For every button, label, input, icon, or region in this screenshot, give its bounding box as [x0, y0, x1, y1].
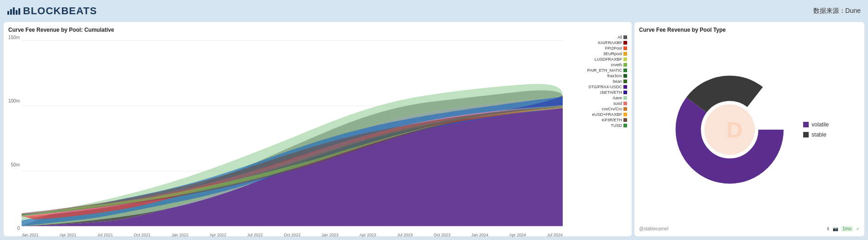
timeframe-badge-right[interactable]: 1mo — [841, 226, 853, 232]
left-chart-legend: All XAI/FRAXBP FPI2Pool 3EURpool — [563, 35, 627, 240]
legend-item-frax3crv: frax3crv — [565, 74, 627, 78]
stacked-area-chart: Jan 2021 Apr 2021 Jul 2021 Oct 2021 Jan … — [22, 35, 563, 240]
header: BLOCKBEATS 数据来源：Dune — [0, 0, 868, 22]
x-label-1: Apr 2021 — [60, 233, 77, 237]
x-label-11: Oct 2023 — [434, 233, 451, 237]
legend-label-3eur: 3EURpool — [603, 51, 622, 56]
logo-text: BLOCKBEATS — [23, 5, 97, 17]
legend-dot-kp3r — [623, 118, 627, 122]
legend-dot-cvxcrv — [623, 107, 627, 111]
legend-dot-fpi — [623, 46, 627, 50]
donut-chart: D — [670, 70, 789, 189]
legend-item-fpi: FPI2Pool — [565, 46, 627, 51]
legend-label-cvxcrv: cvxCrv/Crv — [602, 107, 622, 111]
y-label-100m: 100m — [8, 98, 20, 103]
legend-item-3eur: 3EURpool — [565, 51, 627, 56]
x-label-13: Apr 2024 — [509, 233, 526, 237]
legend-item-lusd: LUSDFRAXBP — [565, 57, 627, 62]
legend-label-pair: PAIR_ETH_MATIC — [587, 68, 622, 73]
legend-label-eusd: eUSD+FRAXBP — [592, 112, 622, 117]
legend-dot-stg — [623, 85, 627, 89]
legend-item-stg: STG/FRAX-USDC — [565, 85, 627, 89]
logo-icon — [7, 7, 20, 15]
legend-item-crveth: crveth — [565, 63, 627, 67]
y-label-50m: 50m — [11, 162, 20, 167]
legend-item-kp3r: KP3R/ETH — [565, 118, 627, 122]
x-label-10: Jul 2023 — [397, 233, 413, 237]
legend-dot-tusd — [623, 124, 627, 127]
legend-dot-eusd — [623, 113, 627, 116]
right-chart-area: D volatile stable — [639, 35, 860, 224]
legend-label-volatile: volatile — [811, 121, 828, 128]
left-chart-title: Curve Fee Revenue by Pool: Cumulative — [8, 27, 627, 33]
legend-label-frax3crv: frax3crv — [607, 74, 622, 78]
legend-item-pair: PAIR_ETH_MATIC — [565, 68, 627, 73]
x-axis: Jan 2021 Apr 2021 Jul 2021 Oct 2021 Jan … — [22, 233, 563, 237]
legend-label-cbeth: cbETH/ETH — [600, 90, 622, 95]
x-label-5: Apr 2022 — [210, 233, 227, 237]
right-chart-panel: Curve Fee Revenue by Pool Type D — [634, 22, 864, 236]
legend-dot-pair — [623, 69, 627, 72]
y-label-0: 0 — [17, 226, 20, 231]
legend-dot-stable — [803, 132, 809, 137]
camera-icon-right[interactable]: 📷 — [833, 226, 838, 231]
legend-item-bean: bean — [565, 79, 627, 84]
legend-label-lusd: LUSDFRAXBP — [594, 57, 622, 62]
logo: BLOCKBEATS — [7, 5, 97, 17]
donut-legend: volatile stable — [803, 121, 828, 138]
legend-dot-crveth — [623, 63, 627, 67]
download-icon-right[interactable]: ⬇ — [826, 226, 830, 231]
legend-dot-volatile — [803, 122, 809, 127]
legend-dot-3eur — [623, 52, 627, 56]
legend-label-tusd: TUSD — [611, 123, 622, 128]
legend-item-eusd: eUSD+FRAXBP — [565, 112, 627, 117]
x-label-7: Oct 2022 — [284, 233, 301, 237]
legend-dot-cbeth — [623, 91, 627, 94]
legend-label-xai: XAI/FRAXBP — [598, 40, 622, 45]
donut-chart-container: D volatile stable — [639, 35, 860, 224]
legend-item-volatile: volatile — [803, 121, 828, 128]
left-chart-panel: Curve Fee Revenue by Pool: Cumulative 15… — [4, 22, 632, 236]
x-label-3: Oct 2021 — [134, 233, 151, 237]
legend-dot-all — [623, 35, 627, 39]
right-chart-footer: @stablecamel ⬇ 📷 1mo ✓ — [639, 226, 860, 232]
logo-bar-1 — [7, 11, 9, 15]
check-icon-right: ✓ — [856, 226, 860, 231]
legend-dot-xai — [623, 41, 627, 45]
x-label-9: Apr 2023 — [360, 233, 377, 237]
legend-dot-lusd — [623, 57, 627, 61]
legend-label-kp3r: KP3R/ETH — [602, 118, 622, 122]
legend-item-xai: XAI/FRAXBP — [565, 40, 627, 45]
x-label-12: Jan 2024 — [471, 233, 488, 237]
legend-label-aave: Aave — [612, 96, 622, 100]
legend-label-all: All — [617, 35, 622, 40]
logo-bar-3 — [13, 7, 15, 15]
y-axis: 150m 100m 50m 0 — [8, 35, 22, 240]
legend-item-aave: Aave — [565, 96, 627, 100]
legend-label-crveth: crveth — [611, 63, 622, 67]
x-label-2: Jul 2021 — [97, 233, 113, 237]
legend-dot-bean — [623, 80, 627, 83]
legend-item-stable: stable — [803, 131, 828, 138]
right-chart-title: Curve Fee Revenue by Pool Type — [639, 27, 860, 33]
legend-dot-aave — [623, 96, 627, 100]
logo-bar-5 — [18, 8, 20, 15]
x-label-4: Jan 2022 — [171, 233, 188, 237]
x-label-0: Jan 2021 — [22, 233, 39, 237]
legend-item-all: All — [565, 35, 627, 40]
data-source-label: 数据来源：Dune — [813, 7, 861, 15]
chart-and-legend: Jan 2021 Apr 2021 Jul 2021 Oct 2021 Jan … — [22, 35, 627, 240]
legend-label-susd: susd — [613, 101, 622, 106]
legend-item-susd: susd — [565, 101, 627, 106]
legend-dot-susd — [623, 102, 627, 105]
left-chart-area: 150m 100m 50m 0 — [8, 35, 627, 240]
x-label-14: Jul 2024 — [547, 233, 563, 237]
y-label-150m: 150m — [8, 35, 20, 40]
legend-dot-frax3crv — [623, 74, 627, 78]
logo-bar-2 — [10, 9, 12, 15]
right-chart-author: @stablecamel — [639, 226, 668, 231]
svg-point-7 — [704, 104, 755, 155]
logo-bar-4 — [16, 10, 17, 15]
legend-label-stable: stable — [811, 131, 826, 138]
legend-label-bean: bean — [613, 79, 622, 84]
